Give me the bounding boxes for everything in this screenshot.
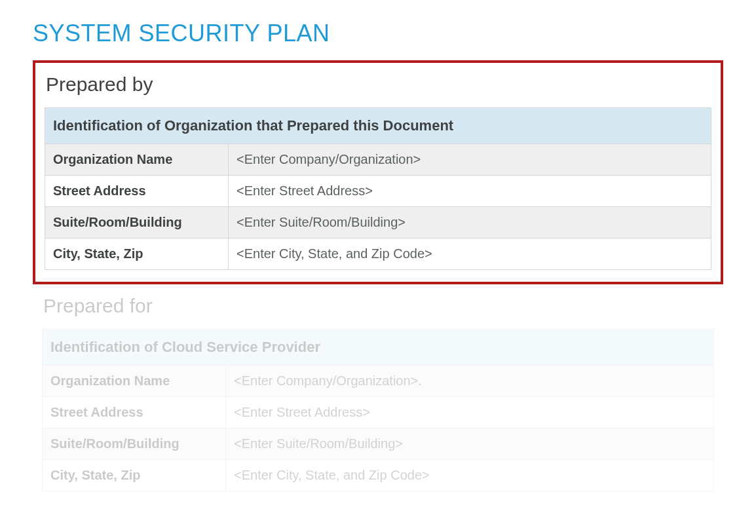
table-row: Organization Name <Enter Company/Organiz… xyxy=(45,144,711,176)
prepared-by-table-title: Identification of Organization that Prep… xyxy=(45,108,711,144)
prepared-for-heading: Prepared for xyxy=(43,295,714,317)
prepared-for-table: Identification of Cloud Service Provider… xyxy=(42,329,714,491)
table-row: Street Address <Enter Street Address> xyxy=(45,176,711,207)
page: SYSTEM SECURITY PLAN Prepared by Identif… xyxy=(0,0,756,523)
document-title: SYSTEM SECURITY PLAN xyxy=(33,20,723,47)
table-row: Suite/Room/Building <Enter Suite/Room/Bu… xyxy=(45,207,711,238)
row-value: <Enter Company/Organization>. xyxy=(226,366,714,397)
row-label: City, State, Zip xyxy=(43,460,226,491)
row-label: Organization Name xyxy=(45,144,229,176)
prepared-for-table-title: Identification of Cloud Service Provider xyxy=(43,330,714,366)
table-row: City, State, Zip <Enter City, State, and… xyxy=(45,238,711,270)
row-value: <Enter Suite/Room/Building> xyxy=(229,207,711,238)
row-label: Organization Name xyxy=(43,366,226,397)
row-value: <Enter Street Address> xyxy=(229,176,711,207)
table-row: Organization Name <Enter Company/Organiz… xyxy=(43,366,714,397)
prepared-by-heading: Prepared by xyxy=(46,73,711,96)
row-label: Street Address xyxy=(43,397,226,428)
table-row: Suite/Room/Building <Enter Suite/Room/Bu… xyxy=(43,428,714,460)
prepared-by-table: Identification of Organization that Prep… xyxy=(45,107,711,270)
prepared-for-section: Prepared for Identification of Cloud Ser… xyxy=(33,284,723,503)
row-value: <Enter Company/Organization> xyxy=(229,144,711,176)
table-row: City, State, Zip <Enter City, State, and… xyxy=(43,460,714,491)
row-label: Street Address xyxy=(45,176,229,207)
row-label: Suite/Room/Building xyxy=(43,428,226,460)
row-value: <Enter Suite/Room/Building> xyxy=(226,428,714,460)
table-row: Street Address <Enter Street Address> xyxy=(43,397,714,428)
row-value: <Enter Street Address> xyxy=(226,397,714,428)
row-value: <Enter City, State, and Zip Code> xyxy=(229,238,711,270)
prepared-by-section: Prepared by Identification of Organizati… xyxy=(33,60,723,284)
row-value: <Enter City, State, and Zip Code> xyxy=(226,460,714,491)
row-label: Suite/Room/Building xyxy=(45,207,229,238)
row-label: City, State, Zip xyxy=(45,238,229,270)
